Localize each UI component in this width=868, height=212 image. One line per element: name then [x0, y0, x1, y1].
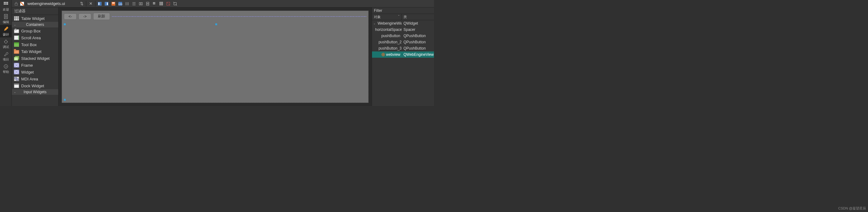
svg-rect-32	[139, 2, 141, 5]
resize-handle[interactable]	[215, 23, 217, 25]
frame-icon	[14, 63, 19, 68]
help-icon: ?	[3, 64, 9, 69]
widget-item[interactable]: Stacked Widget	[12, 55, 58, 62]
widget-item[interactable]: Widget	[12, 69, 58, 75]
svg-rect-46	[159, 4, 160, 5]
lock-icon	[13, 1, 19, 7]
nav-label: 项目	[3, 57, 9, 62]
widget-label: Stacked Widget	[21, 56, 50, 61]
nav-help[interactable]: ? 帮助	[0, 62, 12, 75]
widget-item[interactable]: Frame	[12, 62, 58, 69]
tree-row[interactable]: pushButton_2QPushButton	[372, 39, 434, 45]
col-object[interactable]: 对象	[374, 14, 381, 19]
widget-icon	[14, 69, 19, 74]
svg-rect-19	[98, 2, 99, 5]
widget-category[interactable]: ⌄Containers	[12, 22, 58, 27]
widgetbox-list: Table Widget ⌄Containers Group Box Scrol…	[12, 15, 58, 106]
break-layout-icon[interactable]	[165, 1, 172, 7]
widgetbox-filter[interactable]: 过滤器	[12, 7, 58, 15]
nav-project[interactable]: 项目	[0, 50, 12, 62]
svg-rect-44	[161, 3, 162, 4]
nav-label: 欢迎	[3, 7, 9, 12]
bug-icon	[3, 39, 9, 44]
object-tree: ⌄WebengineWidgets QWidget horizontalSpac…	[372, 20, 434, 106]
widget-item[interactable]: Scroll Area	[12, 34, 58, 41]
nav-label: 帮助	[3, 70, 9, 74]
tab-icon	[14, 49, 19, 54]
svg-rect-34	[147, 2, 149, 3]
forward-button[interactable]: ->	[79, 13, 91, 20]
tree-row[interactable]: horizontalSpacerSpacer	[372, 27, 434, 33]
sort-icon: ˆ	[398, 14, 399, 19]
content-row: 过滤器 Table Widget ⌄Containers Group Box S…	[12, 7, 434, 106]
dock-icon	[14, 83, 19, 88]
close-button[interactable]: ✕	[88, 1, 94, 7]
svg-rect-3	[4, 3, 5, 5]
mdi-icon	[14, 77, 19, 81]
chevron-down-icon: ⌄	[14, 90, 16, 94]
groupbox-icon	[14, 28, 19, 33]
layout-btn-3[interactable]	[110, 1, 117, 7]
adjust-size-icon[interactable]	[172, 1, 178, 7]
chevron-down-icon: ⌄	[373, 22, 376, 25]
svg-rect-23	[112, 2, 115, 3]
file-title: webenginewidgets.ui	[25, 1, 78, 6]
widget-category[interactable]: ⌄Input Widgets	[12, 89, 58, 95]
widget-item[interactable]: Group Box	[12, 27, 58, 34]
tree-row[interactable]: pushButtonQPushButton	[372, 33, 434, 39]
svg-text:?: ?	[5, 65, 6, 68]
layout-btn-1[interactable]	[97, 1, 103, 7]
svg-rect-35	[147, 4, 149, 5]
grid-small-icon[interactable]	[151, 1, 158, 7]
resize-handle[interactable]	[64, 99, 66, 101]
inspector-filter[interactable]: Filter	[372, 7, 434, 14]
topbar: webenginewidgets.ui ⇅ ✕ 123	[12, 0, 434, 7]
svg-text:123: 123	[118, 3, 122, 6]
object-inspector: Filter 对象ˆ 类 ⌄WebengineWidgets QWidget h…	[372, 7, 434, 106]
widget-label: Dock Widget	[21, 84, 44, 88]
widget-item[interactable]: Tool Box	[12, 41, 58, 48]
nav-label: 设计	[3, 32, 9, 37]
layout-btn-4[interactable]: 123	[117, 1, 123, 7]
widget-item[interactable]: MDI Area	[12, 75, 58, 82]
form-canvas[interactable]: <- -> 刷新	[62, 10, 369, 103]
tree-row[interactable]: ⌄WebengineWidgets QWidget	[372, 20, 434, 27]
back-button[interactable]: <-	[64, 13, 76, 20]
widget-label: Group Box	[21, 29, 40, 33]
widget-item[interactable]: Dock Widget	[12, 82, 58, 89]
svg-rect-4	[5, 3, 6, 5]
form-canvas-wrap: <- -> 刷新	[59, 7, 372, 106]
grid-large-icon[interactable]	[158, 1, 164, 7]
updown-button[interactable]: ⇅	[79, 1, 85, 7]
layout-h-icon[interactable]	[124, 1, 130, 7]
nav-edit[interactable]: 编辑	[0, 12, 12, 25]
refresh-button[interactable]: 刷新	[93, 13, 110, 20]
tree-row[interactable]: pushButton_3QPushButton	[372, 45, 434, 52]
layout-v-icon[interactable]	[131, 1, 137, 7]
svg-rect-41	[161, 2, 162, 3]
scroll-icon	[14, 35, 19, 40]
widget-label: Scroll Area	[21, 35, 41, 40]
resize-handle[interactable]	[64, 23, 66, 25]
button-row: <- -> 刷新	[62, 11, 368, 22]
widget-item[interactable]: Tab Widget	[12, 48, 58, 55]
table-icon	[14, 16, 19, 21]
svg-rect-47	[161, 4, 162, 5]
layout-hsplit-icon[interactable]	[138, 1, 144, 7]
layout-btn-2[interactable]	[103, 1, 110, 7]
widget-item[interactable]: Table Widget	[12, 15, 58, 22]
svg-rect-77	[14, 84, 19, 85]
grid-icon	[3, 1, 9, 7]
layout-vsplit-icon[interactable]	[145, 1, 151, 7]
nav-welcome[interactable]: 欢迎	[0, 0, 12, 12]
col-class[interactable]: 类	[402, 14, 434, 20]
nav-design[interactable]: 设计	[0, 25, 12, 37]
svg-rect-1	[5, 2, 6, 3]
svg-rect-2	[7, 2, 8, 3]
nav-debug[interactable]: 调试	[0, 37, 12, 50]
horizontal-spacer[interactable]	[112, 16, 366, 17]
svg-rect-20	[105, 2, 108, 6]
tree-row[interactable]: webviewQWebEngineView	[372, 52, 434, 58]
svg-rect-0	[4, 2, 5, 3]
svg-rect-62	[14, 42, 19, 44]
